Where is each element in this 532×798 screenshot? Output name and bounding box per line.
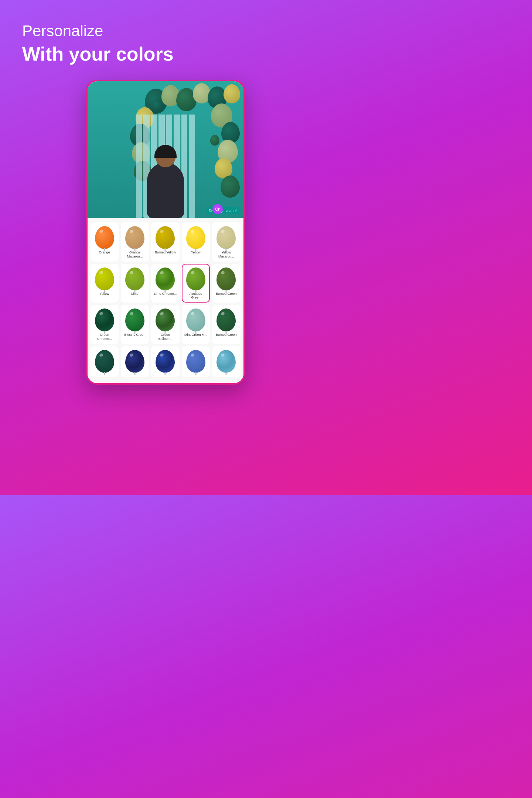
balloon-icon-burned-green-light bbox=[216, 267, 236, 290]
balloon-icon-yellow-macaron bbox=[216, 226, 236, 249]
color-item-burned-yellow[interactable]: Burned Yellow bbox=[151, 222, 179, 262]
balloon-icon-avocado-green bbox=[186, 267, 205, 290]
watermark-text: Descarga la app! bbox=[206, 207, 240, 214]
color-item-burned-green[interactable]: Burned Green bbox=[212, 305, 240, 344]
balloon-icon-burned-yellow bbox=[156, 226, 175, 249]
color-item-cobalt[interactable] bbox=[151, 346, 179, 377]
balloon-photo: Descarga la app! Cr bbox=[88, 81, 243, 218]
color-item-lime-chrome[interactable]: Lime Chrome... bbox=[151, 264, 179, 303]
color-item-yellow-macaron[interactable]: Yellow Macaron... bbox=[212, 222, 240, 262]
color-item-periwinkle[interactable] bbox=[182, 346, 210, 377]
color-label-orange-macaron: Orange Macaron... bbox=[123, 250, 146, 259]
color-item-yellow-green[interactable]: Yellow bbox=[91, 264, 119, 303]
balloon-icon-yellow-green bbox=[95, 267, 114, 290]
color-item-orange-macaron[interactable]: Orange Macaron... bbox=[121, 222, 149, 262]
color-item-green-chrome[interactable]: Green Chrome... bbox=[91, 305, 119, 344]
balloon-icon-orange-macaron bbox=[125, 226, 144, 249]
color-item-orange[interactable]: Orange bbox=[91, 222, 119, 262]
color-item-teal-dark[interactable] bbox=[91, 346, 119, 377]
color-item-sky-chrome[interactable] bbox=[212, 346, 240, 377]
color-item-yellow[interactable]: Yellow bbox=[182, 222, 210, 262]
phone-mockup: Descarga la app! Cr OrangeOrange Macaron… bbox=[86, 80, 245, 385]
color-panel: OrangeOrange Macaron...Burned YellowYell… bbox=[88, 218, 243, 383]
balloon-icon-teal-dark bbox=[95, 350, 114, 373]
header: Personalize With your colors bbox=[0, 0, 331, 72]
color-item-burned-green-light[interactable]: Burned Green bbox=[212, 264, 240, 303]
balloon-icon-yellow bbox=[186, 226, 205, 249]
balloon-icon-mint-green bbox=[186, 308, 205, 331]
balloon-icon-lime-chrome bbox=[156, 267, 175, 290]
app-badge: Cr bbox=[212, 204, 223, 214]
color-grid: OrangeOrange Macaron...Burned YellowYell… bbox=[91, 222, 241, 377]
balloon-icon-lime bbox=[125, 267, 144, 290]
balloon-icon-navy bbox=[125, 350, 144, 373]
balloon-icon-electric-green bbox=[125, 308, 144, 331]
color-item-green-balloon[interactable]: Green Balloon... bbox=[151, 305, 179, 344]
color-label-green-balloon: Green Balloon... bbox=[154, 333, 177, 341]
balloon-icon-green-balloon bbox=[156, 308, 175, 331]
header-subtitle: Personalize bbox=[22, 22, 308, 40]
color-item-mint-green[interactable]: Mint Green M... bbox=[182, 305, 210, 344]
balloon-icon-sky-chrome bbox=[216, 350, 236, 373]
balloon-icon-cobalt bbox=[156, 350, 175, 373]
color-label-green-chrome: Green Chrome... bbox=[93, 333, 116, 341]
balloon-icon-green-chrome bbox=[95, 308, 114, 331]
color-label-avocado-green: Avocado Green bbox=[184, 292, 207, 300]
color-item-electric-green[interactable]: Electric Green bbox=[121, 305, 149, 344]
header-title: With your colors bbox=[22, 43, 308, 65]
color-label-yellow-macaron: Yellow Macaron... bbox=[215, 250, 238, 259]
balloon-icon-orange bbox=[95, 226, 114, 249]
color-item-lime[interactable]: Lime bbox=[121, 264, 149, 303]
color-item-navy[interactable] bbox=[121, 346, 149, 377]
balloon-icon-burned-green bbox=[216, 308, 236, 331]
balloon-icon-periwinkle bbox=[186, 350, 205, 373]
color-item-avocado-green[interactable]: Avocado Green bbox=[182, 264, 210, 303]
